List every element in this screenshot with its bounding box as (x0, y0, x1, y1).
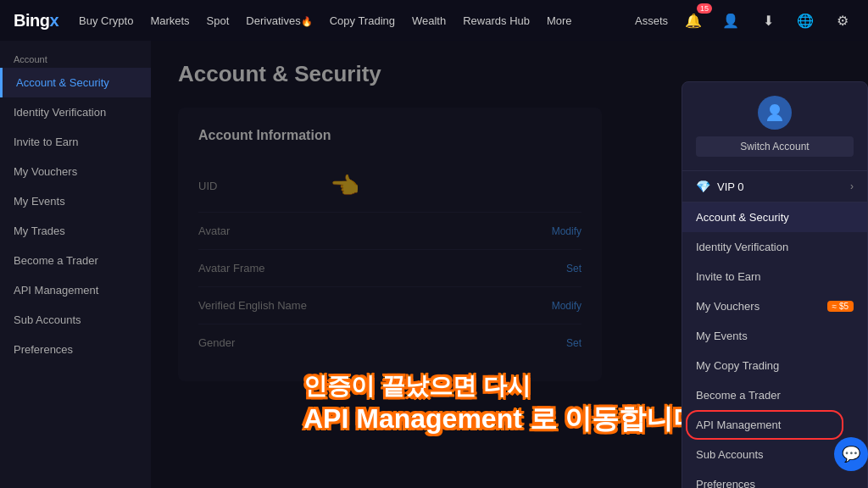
sidebar-item-invite-to-earn[interactable]: Invite to Earn (0, 127, 151, 157)
avatar-row: Avatar Modify (198, 213, 581, 250)
verified-name-modify-button[interactable]: Modify (552, 300, 581, 312)
uid-value: 👉 (331, 172, 581, 200)
sidebar-item-identity-verification[interactable]: Identity Verification (0, 97, 151, 127)
avatar-frame-label: Avatar Frame (198, 262, 317, 274)
account-info-card: Account Information UID 👉 Avatar Modify … (178, 108, 602, 381)
voucher-badge: ≈ $5 (827, 301, 854, 312)
sidebar: Account Account & Security Identity Veri… (0, 41, 151, 488)
dropdown-my-copy-trading[interactable]: My Copy Trading (682, 351, 867, 380)
overlay-instruction-text: 인증이 끝났으면 다시 API Management 로 이동합니다 (303, 371, 700, 437)
nav-markets[interactable]: Markets (150, 14, 189, 27)
nav-derivatives[interactable]: Derivatives (246, 14, 312, 27)
dropdown-my-vouchers[interactable]: My Vouchers ≈ $5 (682, 291, 867, 321)
vip-row[interactable]: 💎 VIP 0 › (682, 171, 867, 202)
gender-set-button[interactable]: Set (566, 337, 581, 349)
nav-spot[interactable]: Spot (207, 14, 230, 27)
avatar-frame-set-button[interactable]: Set (566, 263, 581, 274)
verified-name-row: Verified English Name Modify (198, 287, 581, 324)
main-layout: Account Account & Security Identity Veri… (0, 41, 868, 488)
avatar-label: Avatar (198, 225, 317, 237)
sidebar-item-sub-accounts[interactable]: Sub Accounts (0, 305, 151, 335)
sidebar-section-title: Account (0, 47, 151, 68)
api-row-wrapper: API Management (682, 410, 867, 440)
nav-rewards-hub[interactable]: Rewards Hub (463, 14, 530, 27)
sidebar-item-my-trades[interactable]: My Trades (0, 216, 151, 246)
dropdown-header: Switch Account (682, 82, 867, 171)
dropdown-my-events[interactable]: My Events (682, 321, 867, 351)
avatar-frame-row: Avatar Frame Set (198, 250, 581, 287)
pointer-icon: 👉 (331, 172, 360, 200)
support-button[interactable]: 💬 (834, 437, 868, 471)
sidebar-item-account-security[interactable]: Account & Security (0, 68, 151, 97)
top-navigation: Bingx Buy Crypto Markets Spot Derivative… (0, 0, 868, 41)
sidebar-item-preferences[interactable]: Preferences (0, 335, 151, 364)
logo-text2: x (49, 11, 58, 30)
overlay-line1: 인증이 끝났으면 다시 (303, 371, 700, 402)
sidebar-item-become-a-trader[interactable]: Become a Trader (0, 246, 151, 275)
nav-right: Assets 🔔 15 👤 ⬇ 🌐 ⚙ (635, 8, 854, 32)
sidebar-item-my-vouchers[interactable]: My Vouchers (0, 157, 151, 186)
user-button[interactable]: 👤 (719, 8, 743, 32)
sidebar-item-my-events[interactable]: My Events (0, 186, 151, 216)
nav-copy-trading[interactable]: Copy Trading (330, 14, 395, 27)
dropdown-invite-to-earn[interactable]: Invite to Earn (682, 262, 867, 291)
verified-name-label: Verified English Name (198, 299, 317, 312)
nav-buy-crypto[interactable]: Buy Crypto (79, 14, 133, 27)
main-content: Account & Security Account Information U… (151, 41, 868, 488)
notifications-button[interactable]: 🔔 15 (682, 8, 705, 32)
logo-text1: Bing (14, 11, 49, 30)
user-dropdown-panel: Switch Account 💎 VIP 0 › Account & Secur… (682, 81, 868, 488)
dropdown-identity-verification[interactable]: Identity Verification (682, 232, 867, 262)
sidebar-item-api-management[interactable]: API Management (0, 275, 151, 305)
dropdown-become-a-trader[interactable]: Become a Trader (682, 380, 867, 410)
dropdown-api-management[interactable]: API Management (682, 410, 867, 440)
account-info-heading: Account Information (198, 128, 581, 143)
gender-row: Gender Set (198, 324, 581, 361)
language-button[interactable]: 🌐 (793, 8, 817, 32)
nav-wealth[interactable]: Wealth (412, 14, 446, 27)
vip-label: VIP 0 (717, 180, 850, 193)
nav-links: Buy Crypto Markets Spot Derivatives Copy… (79, 14, 615, 27)
switch-account-button[interactable]: Switch Account (696, 136, 854, 157)
avatar-modify-button[interactable]: Modify (552, 225, 581, 237)
download-button[interactable]: ⬇ (756, 8, 780, 32)
dropdown-account-security[interactable]: Account & Security (682, 202, 867, 232)
nav-more[interactable]: More (547, 14, 572, 27)
dropdown-preferences[interactable]: Preferences (682, 469, 867, 488)
dropdown-avatar (758, 96, 792, 130)
vip-arrow-icon: › (850, 180, 854, 192)
uid-label: UID (198, 180, 317, 192)
assets-link[interactable]: Assets (635, 14, 668, 27)
logo[interactable]: Bingx (14, 11, 58, 30)
notification-badge: 15 (697, 3, 712, 14)
gender-label: Gender (198, 336, 317, 349)
vip-diamond-icon: 💎 (696, 180, 710, 193)
settings-button[interactable]: ⚙ (831, 8, 854, 32)
overlay-line2: API Management 로 이동합니다 (303, 402, 700, 437)
uid-row: UID 👉 (198, 160, 581, 213)
